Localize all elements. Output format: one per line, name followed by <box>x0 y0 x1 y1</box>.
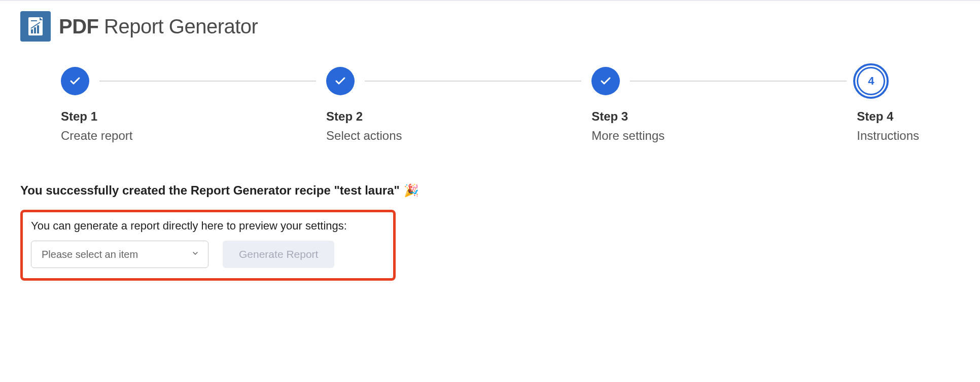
item-select[interactable]: Please select an item <box>31 241 208 268</box>
page-title-rest: Report Generator <box>99 15 258 37</box>
step-connector <box>365 81 581 82</box>
step-1[interactable]: Step 1 Create report <box>61 67 326 143</box>
svg-rect-4 <box>37 25 39 33</box>
step-2-title: Step 2 <box>326 109 402 124</box>
check-icon <box>334 75 346 87</box>
page-title-bold: PDF <box>59 15 99 37</box>
check-icon <box>69 75 81 87</box>
step-2[interactable]: Step 2 Select actions <box>326 67 591 143</box>
celebration-icon: 🎉 <box>404 183 419 198</box>
success-message: You successfully created the Report Gene… <box>20 183 960 198</box>
step-3[interactable]: Step 3 More settings <box>591 67 857 143</box>
step-2-circle <box>326 67 355 95</box>
page-header: PDF Report Generator <box>20 11 960 42</box>
preview-highlight-box: You can generate a report directly here … <box>20 210 396 281</box>
item-select-placeholder: Please select an item <box>42 249 138 260</box>
check-icon <box>600 75 612 87</box>
step-4-title: Step 4 <box>857 109 919 124</box>
step-1-title: Step 1 <box>61 109 132 124</box>
svg-rect-1 <box>31 20 37 21</box>
step-4-number: 4 <box>868 74 874 88</box>
page-title: PDF Report Generator <box>59 15 258 38</box>
step-3-desc: More settings <box>591 129 664 143</box>
step-3-title: Step 3 <box>591 109 664 124</box>
step-1-desc: Create report <box>61 129 132 143</box>
svg-rect-3 <box>34 27 36 33</box>
step-4[interactable]: 4 Step 4 Instructions <box>857 67 919 143</box>
item-select-wrap: Please select an item <box>31 241 208 268</box>
step-connector <box>630 81 847 82</box>
step-3-circle <box>591 67 620 95</box>
preview-instruction: You can generate a report directly here … <box>31 219 385 233</box>
step-4-desc: Instructions <box>857 129 919 143</box>
wizard-stepper: Step 1 Create report Step 2 Select actio… <box>61 67 919 143</box>
step-4-circle: 4 <box>857 67 885 95</box>
step-1-circle <box>61 67 89 95</box>
generate-report-button[interactable]: Generate Report <box>223 241 334 268</box>
step-2-desc: Select actions <box>326 129 402 143</box>
step-connector <box>99 81 316 82</box>
content-area: You successfully created the Report Gene… <box>20 183 960 281</box>
svg-rect-2 <box>31 29 33 33</box>
success-text: You successfully created the Report Gene… <box>20 183 400 198</box>
app-logo-icon <box>20 11 51 42</box>
